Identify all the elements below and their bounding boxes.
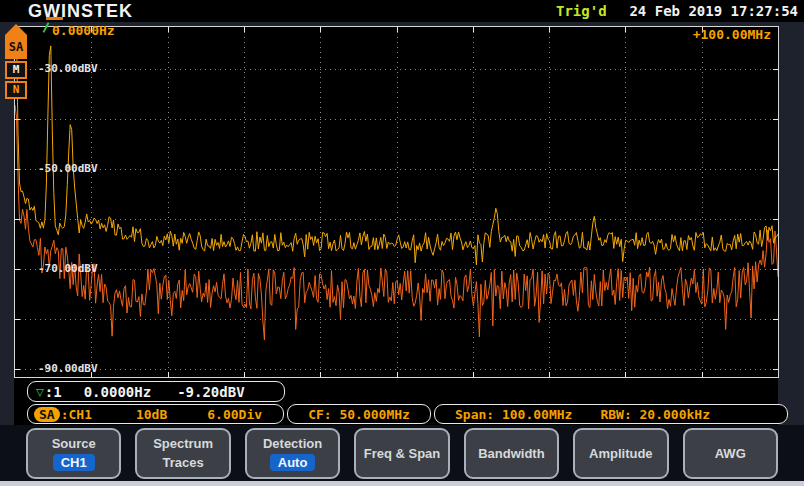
axis-tick <box>397 372 398 377</box>
axis-tick <box>773 219 778 220</box>
marker-triangle-icon: ▽ <box>36 384 44 399</box>
menu-button-detection[interactable]: DetectionAuto <box>245 428 340 479</box>
axis-tick <box>773 69 778 70</box>
trace-indicator-sa: SA <box>5 35 27 59</box>
grid-line-v <box>549 27 550 377</box>
grid-line-v <box>168 27 169 377</box>
axis-tick <box>15 169 20 170</box>
grid-line-v <box>397 27 398 377</box>
menu-button-freq-span[interactable]: Freq & Span <box>354 428 449 479</box>
trigger-status: Trig'd <box>556 3 607 19</box>
axis-tick <box>320 27 321 32</box>
sa-mode-badge: SA <box>34 407 60 422</box>
axis-tick <box>473 372 474 377</box>
top-status-bar: GWINSTEK Trig'd 24 Feb 2019 17:27:54 <box>0 0 804 22</box>
axis-tick <box>244 27 245 32</box>
trace-indicator-n: N <box>5 81 27 99</box>
menu-button-amplitude[interactable]: Amplitude <box>573 428 668 479</box>
right-margin <box>778 22 804 425</box>
menu-bar: SourceCH1SpectrumTracesDetectionAutoFreq… <box>0 425 804 482</box>
axis-tick <box>773 319 778 320</box>
axis-tick <box>244 372 245 377</box>
grid-line-v <box>320 27 321 377</box>
menu-button-label: Amplitude <box>589 446 653 462</box>
amplitude-axis-label: -70.00dBV <box>38 262 98 275</box>
menu-button-bandwidth[interactable]: Bandwidth <box>464 428 559 479</box>
amplitude-axis-label: -50.00dBV <box>38 162 98 175</box>
logo-underline <box>46 17 63 20</box>
oscilloscope-screen: GWINSTEK Trig'd 24 Feb 2019 17:27:54 -30… <box>0 0 804 486</box>
axis-tick <box>549 27 550 32</box>
axis-tick <box>773 169 778 170</box>
grid-line-v <box>244 27 245 377</box>
axis-tick <box>625 27 626 32</box>
marker-readout: ▽ :1 0.0000Hz -9.20dBV <box>27 381 285 402</box>
axis-tick <box>702 372 703 377</box>
menu-button-label: Bandwidth <box>478 446 544 462</box>
vertical-scale: 10dB <box>136 407 167 422</box>
marker-level: -9.20dBV <box>177 384 244 400</box>
axis-tick <box>773 119 778 120</box>
date-time: 24 Feb 2019 17:27:54 <box>629 3 798 19</box>
axis-tick <box>625 372 626 377</box>
menu-button-label: Detection <box>263 436 322 452</box>
source-channel: :CH1 <box>61 407 92 422</box>
axis-tick <box>473 27 474 32</box>
axis-tick <box>549 372 550 377</box>
menu-button-value: Auto <box>270 454 316 471</box>
trace-indicator-m: M <box>5 61 27 79</box>
axis-tick <box>168 27 169 32</box>
grid-line-v <box>473 27 474 377</box>
axis-tick <box>15 269 20 270</box>
trace-indicator: SA M N <box>4 24 28 99</box>
menu-button-label: Spectrum <box>153 436 213 452</box>
axis-tick <box>773 369 778 370</box>
marker-index: :1 <box>45 384 62 400</box>
center-frequency: CF: 50.000MHz <box>308 407 410 422</box>
axis-tick <box>15 319 20 320</box>
amplitude-axis-label: -90.00dBV <box>38 362 98 375</box>
stop-frequency-label: +100.00MHz <box>693 27 771 42</box>
reference-arrow-icon <box>5 24 27 35</box>
start-frequency-label: 0.0000Hz <box>52 23 115 38</box>
axis-tick <box>15 369 20 370</box>
amplitude-axis-label: -30.00dBV <box>38 62 98 75</box>
screen-bottom-edge <box>0 481 804 486</box>
axis-tick <box>15 119 20 120</box>
menu-button-value: CH1 <box>53 454 95 471</box>
division-count: 6.00Div <box>207 407 262 422</box>
grid-line-v <box>702 27 703 377</box>
gwinstek-logo: GWINSTEK <box>28 1 133 22</box>
span-rbw-pill[interactable]: Span: 100.00MHz RBW: 20.000kHz <box>434 404 788 424</box>
axis-tick <box>15 219 20 220</box>
axis-tick <box>320 372 321 377</box>
rbw-value: RBW: 20.000kHz <box>600 407 710 422</box>
graticule: -30.00dBV-50.00dBV-70.00dBV-90.00dBV <box>14 26 779 378</box>
channel-status-pill[interactable]: SA :CH1 10dB 6.00Div <box>27 404 284 424</box>
axis-tick <box>773 269 778 270</box>
axis-tick <box>397 27 398 32</box>
menu-button-source[interactable]: SourceCH1 <box>26 428 121 479</box>
menu-button-awg[interactable]: AWG <box>683 428 778 479</box>
menu-button-label: AWG <box>715 446 746 462</box>
axis-tick <box>168 372 169 377</box>
menu-button-spectrum[interactable]: SpectrumTraces <box>135 428 230 479</box>
marker-frequency: 0.0000Hz <box>84 384 151 400</box>
menu-button-label: Source <box>52 436 96 452</box>
center-frequency-pill[interactable]: CF: 50.000MHz <box>287 404 431 424</box>
menu-button-value: Traces <box>163 454 204 471</box>
grid-line-v <box>91 27 92 377</box>
grid-line-v <box>625 27 626 377</box>
menu-button-label: Freq & Span <box>364 446 441 462</box>
span-value: Span: 100.00MHz <box>455 407 572 422</box>
